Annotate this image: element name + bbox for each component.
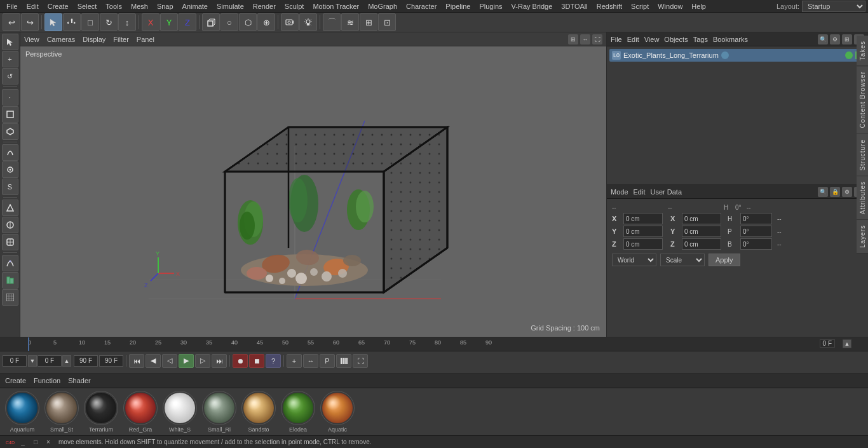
rt-menu-edit[interactable]: Edit <box>627 36 639 43</box>
objects-layout-icon[interactable]: ⊞ <box>842 34 852 44</box>
play-button[interactable]: ▶ <box>179 354 194 368</box>
status-cinema4d-icon[interactable]: C4D <box>5 437 15 447</box>
vp-icon-2[interactable]: ↔ <box>580 34 590 44</box>
y-axis-button[interactable]: Y <box>160 13 178 31</box>
frame-end-arrow[interactable]: ▲ <box>843 339 851 348</box>
timeline-frame-preview[interactable] <box>37 355 62 367</box>
menu-plugins[interactable]: Plugins <box>475 1 506 11</box>
menu-help[interactable]: Help <box>688 1 710 11</box>
coord-y-pos[interactable] <box>623 226 663 237</box>
attr-lock-icon[interactable]: 🔒 <box>830 187 840 197</box>
mat-menu-function[interactable]: Function <box>34 377 60 384</box>
transform-tool-button[interactable]: ↕ <box>118 13 136 31</box>
rotate-tool-button[interactable]: ↻ <box>100 13 118 31</box>
status-minimize-icon[interactable]: _ <box>18 437 28 447</box>
material-terrarium[interactable]: Terrarium <box>84 391 118 433</box>
play-prev-button[interactable]: ◀ <box>146 354 161 368</box>
coord-p-val[interactable] <box>740 226 772 237</box>
coord-x-pos[interactable] <box>623 213 663 224</box>
attr-settings-icon[interactable]: ⚙ <box>842 187 852 197</box>
menu-motion-tracker[interactable]: Motion Tracker <box>309 1 363 11</box>
side-tab-structure[interactable]: Structure <box>857 134 868 177</box>
scene-tree-item[interactable]: L0 Exotic_Plants_Long_Terrarium <box>609 49 865 62</box>
bend-tool-button[interactable]: ⌒ <box>323 13 341 31</box>
menu-tools[interactable]: Tools <box>102 1 126 11</box>
frame-down-arrow[interactable]: ▼ <box>28 355 37 367</box>
tl-extra-5[interactable]: ⛶ <box>353 354 368 368</box>
timeline-frame-start[interactable] <box>3 355 27 367</box>
menu-create[interactable]: Create <box>44 1 72 11</box>
menu-simulate[interactable]: Simulate <box>213 1 248 11</box>
mat-menu-create[interactable]: Create <box>5 377 26 384</box>
vp-menu-view[interactable]: View <box>24 36 39 43</box>
lp-move-tool[interactable]: + <box>2 51 18 67</box>
menu-pipeline[interactable]: Pipeline <box>442 1 474 11</box>
status-maximize-icon[interactable]: □ <box>31 437 41 447</box>
attr-search-icon[interactable]: 🔍 <box>818 187 828 197</box>
mat-menu-shader[interactable]: Shader <box>68 377 90 384</box>
null-tool-button[interactable]: ⊕ <box>257 13 275 31</box>
lp-polygons-mode[interactable] <box>2 123 18 140</box>
material-red-gra[interactable]: Red_Gra <box>123 391 158 433</box>
lp-tool-6[interactable]: S <box>2 179 18 195</box>
material-small-st[interactable]: Small_St <box>44 391 79 433</box>
lp-tool-4[interactable] <box>2 144 18 161</box>
grid-tool-button[interactable]: ⊡ <box>378 13 396 31</box>
lp-tool-8[interactable] <box>2 217 18 233</box>
menu-file[interactable]: File <box>3 1 22 11</box>
material-aquatic[interactable]: Aquatic <box>320 391 355 433</box>
select-tool-button[interactable] <box>44 13 62 31</box>
objects-search-icon[interactable]: 🔍 <box>818 34 828 44</box>
timeline-preview-end[interactable] <box>99 355 123 367</box>
tl-extra-1[interactable]: + <box>287 354 302 368</box>
menu-select[interactable]: Select <box>74 1 101 11</box>
material-white-s[interactable]: White_S <box>163 391 197 433</box>
world-dropdown[interactable]: World <box>612 254 656 266</box>
attr-menu-mode[interactable]: Mode <box>611 188 628 196</box>
side-tab-content-browser[interactable]: Content Browser <box>857 66 868 133</box>
material-small-ri[interactable]: Small_Ri <box>202 391 236 433</box>
menu-mograph[interactable]: MoGraph <box>364 1 401 11</box>
coord-z-pos[interactable] <box>623 238 663 250</box>
menu-render[interactable]: Render <box>249 1 280 11</box>
sphere-tool-button[interactable]: ○ <box>220 13 238 31</box>
timeline-preview-start[interactable] <box>74 355 98 367</box>
tl-extra-4[interactable] <box>336 354 351 368</box>
x-axis-button[interactable]: X <box>142 13 159 31</box>
undo-button[interactable]: ↩ <box>3 13 20 31</box>
vp-menu-cameras[interactable]: Cameras <box>47 36 76 43</box>
camera-tool-button[interactable] <box>281 13 299 31</box>
stop-button[interactable]: ⏹ <box>249 354 264 368</box>
play-next-frame-button[interactable]: ▷ <box>195 354 210 368</box>
lp-rotate-tool[interactable]: ↺ <box>2 68 18 85</box>
lp-arrow-tool[interactable] <box>2 34 18 50</box>
menu-animate[interactable]: Animate <box>179 1 212 11</box>
menu-mesh[interactable]: Mesh <box>127 1 152 11</box>
menu-3dtoall[interactable]: 3DTOAll <box>557 1 591 11</box>
lp-tool-7[interactable] <box>2 200 18 216</box>
status-close-icon[interactable]: × <box>43 437 53 447</box>
coord-b-val[interactable] <box>740 238 772 250</box>
vp-menu-panel[interactable]: Panel <box>137 36 154 43</box>
tl-extra-3[interactable]: P <box>320 354 335 368</box>
vp-icon-1[interactable]: ⊞ <box>568 34 578 44</box>
rt-menu-bookmarks[interactable]: Bookmarks <box>713 36 748 43</box>
menu-vray-bridge[interactable]: V-Ray Bridge <box>508 1 557 11</box>
cube-tool-button[interactable] <box>202 13 220 31</box>
lp-tool-11[interactable] <box>2 272 18 288</box>
redo-button[interactable]: ↪ <box>21 13 39 31</box>
material-aquarium[interactable]: Aquarium <box>5 391 39 433</box>
scale-tool-button[interactable]: □ <box>81 13 99 31</box>
z-axis-button[interactable]: Z <box>179 13 196 31</box>
rt-menu-view[interactable]: View <box>644 36 660 43</box>
move-tool-button[interactable] <box>63 13 81 31</box>
side-tab-takes[interactable]: Takes <box>857 36 868 66</box>
record-button[interactable]: ⏺ <box>233 354 248 368</box>
lp-points-mode[interactable]: · <box>2 89 18 105</box>
material-elodea[interactable]: Elodea <box>281 391 315 433</box>
layout-dropdown[interactable]: Startup <box>802 1 865 12</box>
objects-settings-icon[interactable]: ⚙ <box>830 34 840 44</box>
coord-z-rot[interactable] <box>682 238 721 250</box>
menu-window[interactable]: Window <box>654 1 686 11</box>
menu-character[interactable]: Character <box>402 1 440 11</box>
